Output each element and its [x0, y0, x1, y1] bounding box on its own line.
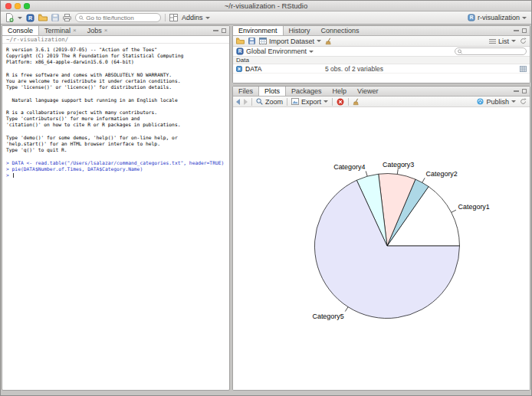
- tab-label: Jobs: [87, 27, 102, 34]
- console-output[interactable]: R version 3.6.1 (2019-07-05) -- "Action …: [2, 44, 229, 390]
- close-window-button[interactable]: [5, 3, 11, 9]
- close-icon[interactable]: ×: [73, 28, 77, 34]
- close-icon[interactable]: ×: [104, 28, 108, 34]
- project-caret-icon: [522, 17, 527, 19]
- environment-scope-menu[interactable]: Global Environment: [246, 47, 314, 55]
- list-icon: [489, 38, 496, 44]
- save-workspace-button[interactable]: [248, 38, 255, 44]
- environment-section-header: Data: [233, 57, 530, 64]
- project-label: r-visualization: [478, 14, 520, 21]
- tab-jobs[interactable]: Jobs×: [82, 26, 113, 35]
- console-line: Type 'license()' or 'licence()' for dist…: [6, 84, 225, 90]
- zoom-plot-button[interactable]: Zoom: [256, 98, 283, 106]
- pie-label-tick: [397, 169, 398, 175]
- maximize-pane-icon[interactable]: [522, 89, 527, 93]
- refresh-icon: [520, 38, 527, 44]
- tab-label: Help: [333, 87, 347, 95]
- workspace-panes-button[interactable]: [169, 14, 178, 21]
- minimize-window-button[interactable]: [15, 3, 21, 9]
- console-line: Natural language support but running in …: [6, 97, 225, 103]
- console-line: >: [6, 172, 225, 178]
- rstudio-window: ~/r-visualization - RStudio R Addins: [0, 0, 532, 396]
- tab-label: Plots: [264, 87, 280, 95]
- environment-toolbar: Import Dataset List: [233, 36, 530, 47]
- refresh-environment-button[interactable]: [520, 38, 527, 44]
- addins-menu[interactable]: Addins: [182, 14, 210, 21]
- clear-workspace-button[interactable]: [325, 38, 333, 45]
- console-line: R is free software and comes with ABSOLU…: [6, 72, 225, 78]
- new-project-button[interactable]: R: [26, 14, 34, 22]
- plot-area: Category1Category2Category3Category4Cate…: [233, 107, 530, 390]
- object-summary: 5 obs. of 2 variables: [325, 65, 383, 73]
- goto-file-input[interactable]: [86, 15, 157, 21]
- console-line: 'citation()' on how to cite R or R packa…: [6, 122, 225, 128]
- console-working-directory: ~/r-visualization/: [2, 36, 229, 44]
- tab-label: Environment: [238, 27, 277, 34]
- project-icon: R: [468, 14, 475, 21]
- save-button[interactable]: [51, 14, 59, 21]
- broom-icon: [353, 98, 360, 106]
- new-file-button[interactable]: [5, 13, 14, 22]
- tab-files[interactable]: Files: [233, 87, 258, 96]
- export-caret-icon: [323, 100, 328, 103]
- tab-help[interactable]: Help: [327, 87, 353, 96]
- tab-console[interactable]: Console: [2, 26, 39, 35]
- tab-label: History: [289, 27, 310, 34]
- environment-object-row[interactable]: DATA 5 obs. of 2 variables: [233, 64, 530, 74]
- maximize-pane-icon[interactable]: [222, 28, 226, 33]
- minimize-pane-icon[interactable]: [213, 30, 218, 31]
- right-column: Environment History Connections: [232, 25, 530, 391]
- tab-label: Viewer: [357, 87, 378, 95]
- print-button[interactable]: [63, 14, 71, 21]
- console-line: 'help.start()' for an HTML browser inter…: [6, 141, 225, 147]
- load-workspace-button[interactable]: [236, 38, 245, 44]
- plots-tabbar: Files Plots Packages Help Viewer: [233, 87, 530, 97]
- tab-history[interactable]: History: [284, 26, 316, 35]
- list-caret-icon: [511, 40, 516, 42]
- minimize-pane-icon[interactable]: [514, 30, 519, 31]
- maximize-pane-icon[interactable]: [522, 28, 527, 33]
- remove-icon: [337, 98, 344, 106]
- remove-plot-button[interactable]: [337, 98, 344, 106]
- goto-file-search[interactable]: [75, 13, 161, 22]
- tab-plots[interactable]: Plots: [258, 87, 286, 96]
- minimize-pane-icon[interactable]: [514, 90, 519, 92]
- publish-label: Publish: [486, 98, 509, 106]
- console-line: > DATA <- read.table("/Users/lsalazar/co…: [6, 160, 225, 166]
- export-icon: [291, 98, 299, 105]
- next-plot-button[interactable]: [244, 99, 248, 105]
- scope-caret-icon: [309, 51, 314, 53]
- publish-icon: [477, 98, 484, 105]
- console-line: R version 3.6.1 (2019-07-05) -- "Action …: [6, 47, 225, 53]
- publish-plot-menu[interactable]: Publish: [477, 98, 516, 106]
- tab-environment[interactable]: Environment: [233, 26, 284, 35]
- environment-view-menu[interactable]: List: [489, 38, 516, 45]
- publish-caret-icon: [511, 100, 516, 103]
- project-menu[interactable]: R r-visualization: [468, 14, 527, 21]
- toolbar-separator: [165, 14, 166, 21]
- open-file-button[interactable]: [38, 14, 48, 21]
- clear-all-plots-button[interactable]: [353, 98, 360, 106]
- expand-object-icon[interactable]: [236, 66, 242, 72]
- console-line: [6, 129, 225, 135]
- zoom-window-button[interactable]: [24, 3, 30, 9]
- tab-label: Packages: [291, 87, 322, 95]
- export-plot-menu[interactable]: Export: [291, 98, 328, 106]
- refresh-plot-button[interactable]: [520, 98, 527, 105]
- svg-text:R: R: [28, 15, 32, 21]
- environment-search-input[interactable]: [464, 48, 524, 55]
- tab-viewer[interactable]: Viewer: [352, 87, 383, 96]
- toolbar-separator: [287, 98, 287, 106]
- tab-connections[interactable]: Connections: [316, 26, 365, 35]
- previous-plot-button[interactable]: [236, 99, 240, 105]
- new-file-caret-icon[interactable]: [18, 17, 22, 19]
- addins-caret-icon: [205, 17, 210, 19]
- import-dataset-menu[interactable]: Import Dataset: [259, 38, 321, 45]
- addins-label: Addins: [182, 14, 203, 21]
- toolbar-separator: [348, 98, 349, 106]
- tab-terminal[interactable]: Terminal×: [39, 26, 82, 35]
- toolbar-separator: [251, 98, 252, 106]
- environment-search[interactable]: [455, 47, 527, 55]
- view-data-icon[interactable]: [520, 66, 527, 72]
- tab-packages[interactable]: Packages: [286, 87, 327, 96]
